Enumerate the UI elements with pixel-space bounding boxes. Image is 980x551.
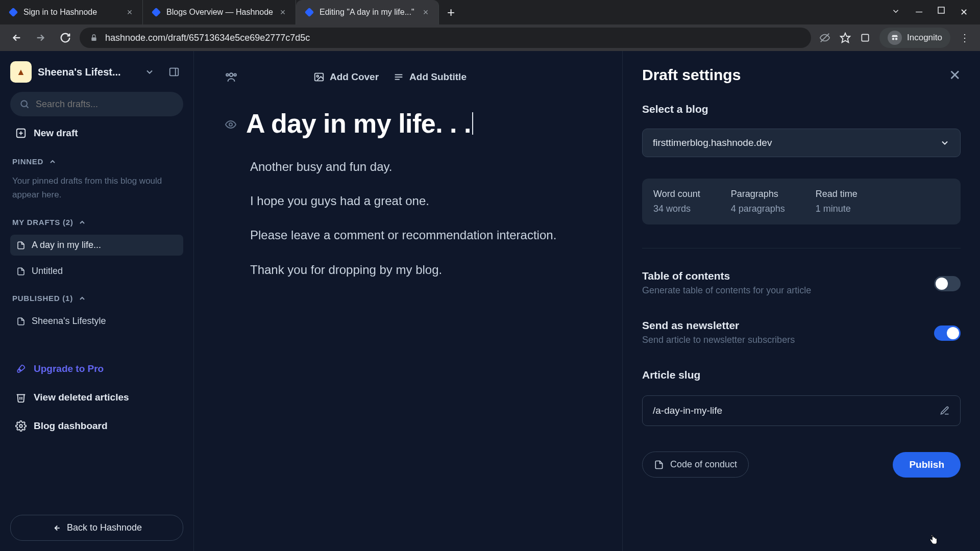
svg-rect-2 xyxy=(305,8,314,17)
svg-point-23 xyxy=(226,74,228,76)
hashnode-favicon xyxy=(8,7,18,17)
incognito-badge[interactable]: Incognito xyxy=(879,28,950,48)
upgrade-label: Upgrade to Pro xyxy=(34,363,104,374)
reload-button[interactable] xyxy=(55,28,76,48)
browser-tab-strip: Sign in to Hashnode × Blogs Overview — H… xyxy=(0,0,980,24)
kebab-menu-icon[interactable]: ⋮ xyxy=(960,32,970,44)
plus-square-icon xyxy=(15,128,27,139)
toc-toggle[interactable] xyxy=(934,276,961,291)
back-button[interactable] xyxy=(6,28,27,48)
mydrafts-section-header[interactable]: MY DRAFTS (2) xyxy=(10,211,183,230)
toolbar-right: Incognito ⋮ xyxy=(815,28,974,48)
published-item[interactable]: Sheena's Lifestyle xyxy=(10,311,183,332)
blog-select[interactable]: firsttimerblog.hashnode.dev xyxy=(642,129,961,157)
svg-rect-12 xyxy=(170,68,179,76)
draft-title: A day in my life... xyxy=(32,240,101,251)
close-tab-icon[interactable]: × xyxy=(421,8,430,17)
newsletter-toggle[interactable] xyxy=(934,325,961,341)
view-deleted-link[interactable]: View deleted articles xyxy=(10,386,183,409)
svg-point-14 xyxy=(21,101,27,107)
draft-item[interactable]: A day in my life... xyxy=(10,235,183,256)
document-icon xyxy=(16,317,26,326)
eye-off-icon[interactable] xyxy=(819,32,830,43)
paragraph[interactable]: Another busy and fun day. xyxy=(250,157,592,176)
browser-toolbar: hashnode.com/draft/65713634e5ce69e2777c7… xyxy=(0,24,980,51)
text-icon xyxy=(393,71,404,83)
new-draft-button[interactable]: New draft xyxy=(10,121,183,145)
rocket-icon xyxy=(15,363,27,374)
editor-area: Add Cover Add Subtitle A day in my life.… xyxy=(194,51,623,551)
hashnode-favicon xyxy=(151,7,161,17)
select-blog-label: Select a blog xyxy=(642,103,961,115)
browser-tab[interactable]: Sign in to Hashnode × xyxy=(0,0,143,24)
paragraph[interactable]: Thank you for dropping by my blog. xyxy=(250,260,592,279)
toc-desc: Generate table of contents for your arti… xyxy=(642,285,924,296)
add-subtitle-button[interactable]: Add Subtitle xyxy=(393,71,467,83)
incognito-icon xyxy=(888,31,902,45)
draft-settings-drawer: Draft settings ✕ Select a blog firsttime… xyxy=(623,51,980,551)
close-window-icon[interactable]: ✕ xyxy=(960,7,968,18)
svg-rect-9 xyxy=(862,34,868,41)
svg-point-11 xyxy=(895,38,898,40)
pinned-label: PINNED xyxy=(12,157,43,166)
tab-title: Blogs Overview — Hashnode xyxy=(166,8,273,17)
svg-line-15 xyxy=(26,106,28,108)
svg-marker-8 xyxy=(841,33,850,42)
slug-field[interactable]: /a-day-in-my-life xyxy=(642,395,961,426)
published-label: PUBLISHED (1) xyxy=(12,294,73,303)
svg-rect-1 xyxy=(152,8,161,17)
blog-selector[interactable]: ▲ Sheena's Lifest... xyxy=(10,61,183,83)
published-section-header[interactable]: PUBLISHED (1) xyxy=(10,287,183,306)
add-cover-label: Add Cover xyxy=(330,71,379,83)
gear-icon xyxy=(15,420,27,432)
address-bar[interactable]: hashnode.com/draft/65713634e5ce69e2777c7… xyxy=(80,28,811,48)
draft-item[interactable]: Untitled xyxy=(10,261,183,282)
star-icon[interactable] xyxy=(840,32,851,43)
app-root: ▲ Sheena's Lifest... New draft PINNED Yo… xyxy=(0,51,980,551)
add-subtitle-label: Add Subtitle xyxy=(409,71,467,83)
visibility-icon[interactable] xyxy=(225,118,237,131)
browser-tab[interactable]: Blogs Overview — Hashnode × xyxy=(143,0,296,24)
extensions-icon[interactable] xyxy=(860,33,870,43)
trash-icon xyxy=(15,392,27,403)
close-tab-icon[interactable]: × xyxy=(278,8,287,17)
publish-button[interactable]: Publish xyxy=(893,452,961,478)
chevron-up-icon xyxy=(78,294,86,303)
paragraph[interactable]: I hope you guys had a great one. xyxy=(250,191,592,210)
close-tab-icon[interactable]: × xyxy=(125,8,134,17)
word-count-value: 34 words xyxy=(653,204,700,214)
post-body[interactable]: Another busy and fun day. I hope you guy… xyxy=(250,157,592,279)
chevron-up-icon xyxy=(78,218,86,227)
code-of-conduct-button[interactable]: Code of conduct xyxy=(642,452,749,478)
expand-panel-icon[interactable] xyxy=(165,63,183,81)
pencil-icon[interactable] xyxy=(940,406,950,416)
tabs-overview-icon[interactable] xyxy=(891,7,900,18)
blog-dashboard-link[interactable]: Blog dashboard xyxy=(10,414,183,438)
forward-button[interactable] xyxy=(31,28,51,48)
drawer-title: Draft settings xyxy=(642,66,741,84)
minimize-icon[interactable]: ─ xyxy=(916,7,922,18)
add-cover-button[interactable]: Add Cover xyxy=(313,71,379,83)
word-count-label: Word count xyxy=(653,189,700,199)
paragraph[interactable]: Please leave a comment or recommendation… xyxy=(250,226,592,244)
search-input[interactable] xyxy=(36,99,174,110)
collaborators-icon[interactable] xyxy=(225,70,238,84)
pinned-empty-state: Your pinned drafts from this blog would … xyxy=(10,174,183,206)
chevron-down-icon xyxy=(940,138,950,148)
document-icon xyxy=(16,241,26,250)
published-title: Sheena's Lifestyle xyxy=(32,316,106,327)
maximize-icon[interactable] xyxy=(938,7,945,18)
close-drawer-button[interactable]: ✕ xyxy=(949,67,961,84)
post-title-input[interactable]: A day in my life. . . xyxy=(246,108,471,139)
slug-label: Article slug xyxy=(642,369,961,381)
chevron-down-icon[interactable] xyxy=(140,63,159,81)
search-box[interactable] xyxy=(10,92,183,116)
back-to-hashnode-button[interactable]: Back to Hashnode xyxy=(10,515,183,541)
cursor-pointer-icon xyxy=(928,533,939,546)
browser-tab-active[interactable]: Editing "A day in my life..." × xyxy=(296,0,439,24)
upgrade-pro-link[interactable]: Upgrade to Pro xyxy=(10,357,183,381)
read-time-value: 1 minute xyxy=(816,204,857,214)
new-tab-button[interactable]: + xyxy=(439,5,463,20)
incognito-label: Incognito xyxy=(907,33,942,43)
pinned-section-header[interactable]: PINNED xyxy=(10,150,183,169)
